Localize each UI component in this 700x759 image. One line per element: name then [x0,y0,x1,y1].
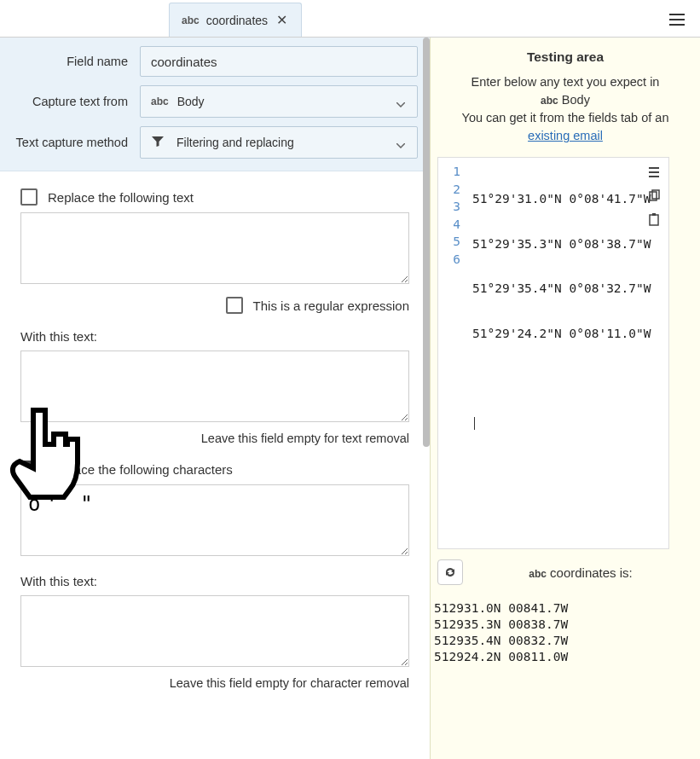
abc-icon: abc [151,96,169,107]
method-value: Filtering and replacing [176,136,294,149]
chevron-down-icon [396,96,405,110]
tab-coordinates[interactable]: abc coordinates ✕ [169,3,302,37]
with-text-label-2: With this text: [20,574,409,588]
method-label: Text capture method [12,136,140,149]
replace-text-input[interactable] [20,212,409,284]
capture-from-select[interactable]: abc Body [140,85,418,118]
replace-text-label: Replace the following text [48,190,194,205]
text-removal-hint: Leave this field empty for text removal [20,432,409,445]
filter-icon [151,135,165,151]
refresh-button[interactable] [437,559,463,585]
testing-input[interactable]: 1 2 3 4 5 6 51°29'31.0"N 0°08'41.7"W 51°… [437,157,669,549]
line-gutter: 1 2 3 4 5 6 [438,158,466,548]
copy-icon[interactable] [645,187,663,206]
svg-rect-2 [650,215,658,225]
testing-title: Testing area [441,49,690,65]
regex-checkbox[interactable] [226,297,243,314]
result-label: abc coordinates is: [471,565,690,580]
tab-bar: abc coordinates ✕ [0,0,700,38]
field-name-label: Field name [12,55,140,68]
testing-desc-1: Enter below any text you expect in [471,75,660,89]
settings-scroll[interactable]: Replace the following text This is a reg… [0,171,430,722]
scrollbar[interactable] [423,38,430,447]
replace-chars-checkbox[interactable] [20,461,38,478]
replace-chars-input[interactable]: o' " [20,484,409,556]
with-text-input-2[interactable] [20,595,409,667]
svg-rect-3 [652,213,656,216]
method-select[interactable]: Filtering and replacing [140,126,418,159]
replace-text-checkbox[interactable] [20,188,38,206]
char-removal-hint: Leave this field empty for character rem… [20,676,409,690]
result-output: 512931.0N 00841.7W 512935.3N 00838.7W 51… [431,590,700,664]
testing-header: Testing area Enter below any text you ex… [431,38,700,154]
testing-desc-body: Body [562,93,590,107]
capture-from-value: Body [177,95,205,108]
config-panel: Field name Capture text from abc Body Te… [0,38,430,171]
paste-icon[interactable] [645,211,663,229]
abc-icon: abc [182,14,200,26]
chevron-down-icon [396,137,405,151]
code-lines[interactable]: 51°29'31.0"N 0°08'41.7"W 51°29'35.3"N 0°… [466,158,668,548]
with-text-input-1[interactable] [20,351,409,422]
with-text-label-1: With this text: [20,329,409,344]
close-icon[interactable]: ✕ [275,12,289,28]
field-name-input[interactable] [140,46,418,77]
existing-email-link[interactable]: existing email [528,129,603,142]
tab-title: coordinates [206,14,268,27]
abc-icon: abc [541,95,558,107]
list-icon[interactable] [645,163,663,182]
capture-from-label: Capture text from [12,95,140,108]
abc-icon: abc [529,568,547,580]
replace-chars-label: Replace the following characters [48,462,233,477]
menu-icon[interactable] [669,14,685,28]
regex-label: This is a regular expression [253,298,409,313]
testing-desc-2: You can get it from the fields tab of an [462,111,669,125]
